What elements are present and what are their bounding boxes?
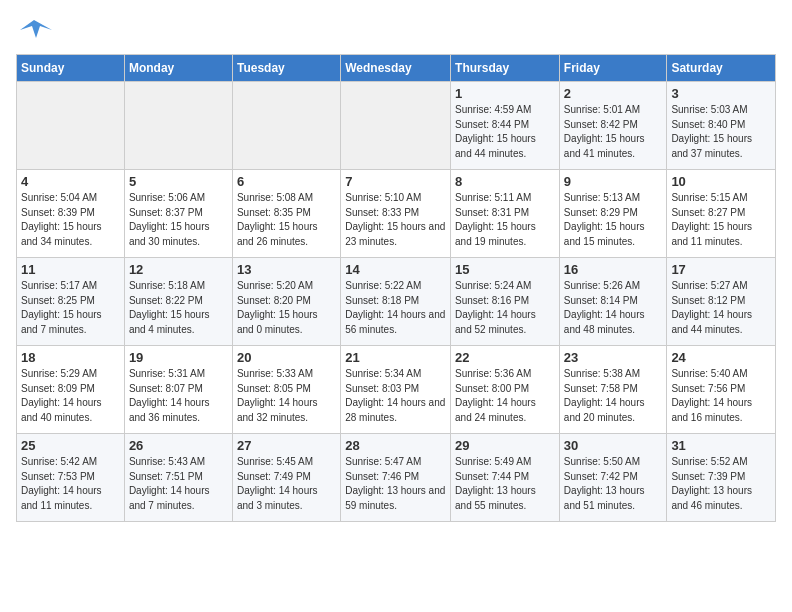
day-number: 31 <box>671 438 771 453</box>
day-info: Sunrise: 5:31 AM Sunset: 8:07 PM Dayligh… <box>129 367 228 425</box>
day-info: Sunrise: 5:22 AM Sunset: 8:18 PM Dayligh… <box>345 279 446 337</box>
day-info: Sunrise: 5:20 AM Sunset: 8:20 PM Dayligh… <box>237 279 336 337</box>
day-info: Sunrise: 5:04 AM Sunset: 8:39 PM Dayligh… <box>21 191 120 249</box>
day-number: 21 <box>345 350 446 365</box>
day-number: 5 <box>129 174 228 189</box>
day-of-week-header: Monday <box>124 55 232 82</box>
calendar-cell: 21Sunrise: 5:34 AM Sunset: 8:03 PM Dayli… <box>341 346 451 434</box>
day-info: Sunrise: 5:38 AM Sunset: 7:58 PM Dayligh… <box>564 367 663 425</box>
day-info: Sunrise: 5:27 AM Sunset: 8:12 PM Dayligh… <box>671 279 771 337</box>
day-number: 4 <box>21 174 120 189</box>
calendar-cell <box>341 82 451 170</box>
calendar-cell: 10Sunrise: 5:15 AM Sunset: 8:27 PM Dayli… <box>667 170 776 258</box>
day-info: Sunrise: 4:59 AM Sunset: 8:44 PM Dayligh… <box>455 103 555 161</box>
calendar-cell: 19Sunrise: 5:31 AM Sunset: 8:07 PM Dayli… <box>124 346 232 434</box>
calendar-cell: 27Sunrise: 5:45 AM Sunset: 7:49 PM Dayli… <box>232 434 340 522</box>
calendar-cell <box>232 82 340 170</box>
day-number: 3 <box>671 86 771 101</box>
logo-icon <box>16 16 52 46</box>
calendar-cell: 14Sunrise: 5:22 AM Sunset: 8:18 PM Dayli… <box>341 258 451 346</box>
day-number: 23 <box>564 350 663 365</box>
calendar-cell: 7Sunrise: 5:10 AM Sunset: 8:33 PM Daylig… <box>341 170 451 258</box>
day-number: 28 <box>345 438 446 453</box>
day-number: 17 <box>671 262 771 277</box>
calendar-week-row: 4Sunrise: 5:04 AM Sunset: 8:39 PM Daylig… <box>17 170 776 258</box>
day-of-week-header: Friday <box>559 55 667 82</box>
day-info: Sunrise: 5:03 AM Sunset: 8:40 PM Dayligh… <box>671 103 771 161</box>
calendar-cell: 9Sunrise: 5:13 AM Sunset: 8:29 PM Daylig… <box>559 170 667 258</box>
day-number: 26 <box>129 438 228 453</box>
day-of-week-header: Saturday <box>667 55 776 82</box>
calendar-cell: 15Sunrise: 5:24 AM Sunset: 8:16 PM Dayli… <box>451 258 560 346</box>
calendar-cell: 12Sunrise: 5:18 AM Sunset: 8:22 PM Dayli… <box>124 258 232 346</box>
day-info: Sunrise: 5:10 AM Sunset: 8:33 PM Dayligh… <box>345 191 446 249</box>
day-number: 30 <box>564 438 663 453</box>
day-number: 29 <box>455 438 555 453</box>
day-number: 16 <box>564 262 663 277</box>
day-info: Sunrise: 5:13 AM Sunset: 8:29 PM Dayligh… <box>564 191 663 249</box>
calendar-cell: 3Sunrise: 5:03 AM Sunset: 8:40 PM Daylig… <box>667 82 776 170</box>
day-info: Sunrise: 5:26 AM Sunset: 8:14 PM Dayligh… <box>564 279 663 337</box>
day-info: Sunrise: 5:18 AM Sunset: 8:22 PM Dayligh… <box>129 279 228 337</box>
day-number: 24 <box>671 350 771 365</box>
calendar-cell: 2Sunrise: 5:01 AM Sunset: 8:42 PM Daylig… <box>559 82 667 170</box>
day-number: 22 <box>455 350 555 365</box>
day-info: Sunrise: 5:06 AM Sunset: 8:37 PM Dayligh… <box>129 191 228 249</box>
day-info: Sunrise: 5:01 AM Sunset: 8:42 PM Dayligh… <box>564 103 663 161</box>
day-number: 7 <box>345 174 446 189</box>
day-number: 20 <box>237 350 336 365</box>
day-info: Sunrise: 5:43 AM Sunset: 7:51 PM Dayligh… <box>129 455 228 513</box>
calendar-cell <box>124 82 232 170</box>
day-number: 8 <box>455 174 555 189</box>
day-info: Sunrise: 5:36 AM Sunset: 8:00 PM Dayligh… <box>455 367 555 425</box>
calendar-cell: 26Sunrise: 5:43 AM Sunset: 7:51 PM Dayli… <box>124 434 232 522</box>
day-info: Sunrise: 5:17 AM Sunset: 8:25 PM Dayligh… <box>21 279 120 337</box>
calendar-week-row: 25Sunrise: 5:42 AM Sunset: 7:53 PM Dayli… <box>17 434 776 522</box>
calendar-cell: 30Sunrise: 5:50 AM Sunset: 7:42 PM Dayli… <box>559 434 667 522</box>
calendar-cell: 23Sunrise: 5:38 AM Sunset: 7:58 PM Dayli… <box>559 346 667 434</box>
calendar-cell: 20Sunrise: 5:33 AM Sunset: 8:05 PM Dayli… <box>232 346 340 434</box>
day-number: 10 <box>671 174 771 189</box>
day-info: Sunrise: 5:33 AM Sunset: 8:05 PM Dayligh… <box>237 367 336 425</box>
day-of-week-header: Sunday <box>17 55 125 82</box>
day-info: Sunrise: 5:42 AM Sunset: 7:53 PM Dayligh… <box>21 455 120 513</box>
calendar-cell: 1Sunrise: 4:59 AM Sunset: 8:44 PM Daylig… <box>451 82 560 170</box>
calendar-cell: 6Sunrise: 5:08 AM Sunset: 8:35 PM Daylig… <box>232 170 340 258</box>
day-of-week-header: Thursday <box>451 55 560 82</box>
day-info: Sunrise: 5:49 AM Sunset: 7:44 PM Dayligh… <box>455 455 555 513</box>
calendar-cell: 28Sunrise: 5:47 AM Sunset: 7:46 PM Dayli… <box>341 434 451 522</box>
calendar-cell: 8Sunrise: 5:11 AM Sunset: 8:31 PM Daylig… <box>451 170 560 258</box>
day-info: Sunrise: 5:34 AM Sunset: 8:03 PM Dayligh… <box>345 367 446 425</box>
calendar-cell: 11Sunrise: 5:17 AM Sunset: 8:25 PM Dayli… <box>17 258 125 346</box>
day-info: Sunrise: 5:24 AM Sunset: 8:16 PM Dayligh… <box>455 279 555 337</box>
calendar-header-row: SundayMondayTuesdayWednesdayThursdayFrid… <box>17 55 776 82</box>
calendar-cell: 5Sunrise: 5:06 AM Sunset: 8:37 PM Daylig… <box>124 170 232 258</box>
day-number: 12 <box>129 262 228 277</box>
day-of-week-header: Tuesday <box>232 55 340 82</box>
calendar-cell: 22Sunrise: 5:36 AM Sunset: 8:00 PM Dayli… <box>451 346 560 434</box>
calendar-cell: 13Sunrise: 5:20 AM Sunset: 8:20 PM Dayli… <box>232 258 340 346</box>
calendar-cell: 24Sunrise: 5:40 AM Sunset: 7:56 PM Dayli… <box>667 346 776 434</box>
day-info: Sunrise: 5:15 AM Sunset: 8:27 PM Dayligh… <box>671 191 771 249</box>
day-of-week-header: Wednesday <box>341 55 451 82</box>
day-number: 1 <box>455 86 555 101</box>
day-info: Sunrise: 5:52 AM Sunset: 7:39 PM Dayligh… <box>671 455 771 513</box>
calendar-week-row: 1Sunrise: 4:59 AM Sunset: 8:44 PM Daylig… <box>17 82 776 170</box>
day-number: 11 <box>21 262 120 277</box>
calendar-cell <box>17 82 125 170</box>
calendar-week-row: 18Sunrise: 5:29 AM Sunset: 8:09 PM Dayli… <box>17 346 776 434</box>
day-info: Sunrise: 5:08 AM Sunset: 8:35 PM Dayligh… <box>237 191 336 249</box>
day-number: 13 <box>237 262 336 277</box>
day-info: Sunrise: 5:11 AM Sunset: 8:31 PM Dayligh… <box>455 191 555 249</box>
calendar-table: SundayMondayTuesdayWednesdayThursdayFrid… <box>16 54 776 522</box>
page-header <box>16 16 776 46</box>
day-info: Sunrise: 5:29 AM Sunset: 8:09 PM Dayligh… <box>21 367 120 425</box>
day-info: Sunrise: 5:45 AM Sunset: 7:49 PM Dayligh… <box>237 455 336 513</box>
day-number: 27 <box>237 438 336 453</box>
day-info: Sunrise: 5:47 AM Sunset: 7:46 PM Dayligh… <box>345 455 446 513</box>
day-number: 2 <box>564 86 663 101</box>
day-number: 9 <box>564 174 663 189</box>
day-number: 25 <box>21 438 120 453</box>
logo <box>16 16 56 46</box>
day-number: 18 <box>21 350 120 365</box>
